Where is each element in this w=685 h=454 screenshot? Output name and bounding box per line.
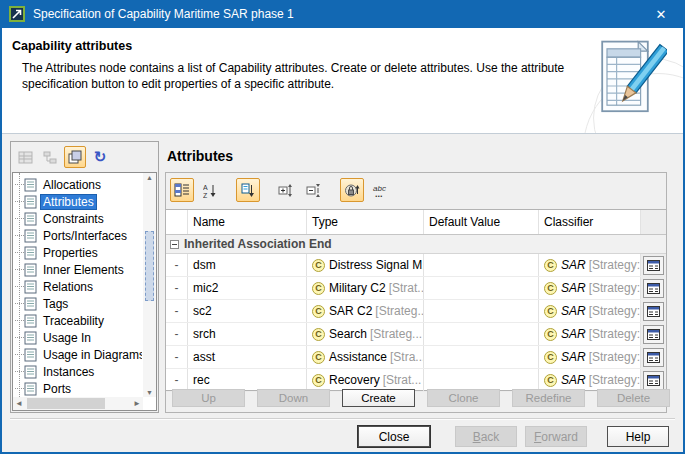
redefine-button[interactable]: Redefine <box>512 389 585 407</box>
node-icon <box>24 314 37 328</box>
collapse-group-icon[interactable] <box>170 240 179 249</box>
tree-item-tags[interactable]: Tags <box>15 295 142 312</box>
attribute-classifier: C SAR[Strategy::... <box>539 323 641 345</box>
node-icon <box>24 229 37 243</box>
svg-text:A: A <box>203 184 208 191</box>
lock-order-icon[interactable] <box>340 178 364 202</box>
attribute-name: asst <box>188 346 307 368</box>
class-icon: C <box>544 305 557 318</box>
node-icon <box>24 348 37 362</box>
table-row[interactable]: - sc2 C SAR C2[Strateg... C SAR[Strategy… <box>166 300 666 323</box>
containment-tree-icon[interactable] <box>39 146 61 168</box>
table-row[interactable]: - mic2 C Military C2[Strat... C SAR[Stra… <box>166 277 666 300</box>
create-button[interactable]: Create <box>342 389 415 407</box>
class-icon: C <box>544 259 557 272</box>
title-bar: Specification of Capability Maritime SAR… <box>0 0 685 28</box>
attribute-classifier: C SAR[Strategy::... <box>539 254 641 276</box>
tree-item-inner-elements[interactable]: Inner Elements <box>15 261 142 278</box>
node-icon <box>24 280 37 294</box>
table-row[interactable]: - dsm C Distress Signal M... C SAR[Strat… <box>166 254 666 277</box>
table-row[interactable]: - srch C Search[Strateg... C SAR[Strateg… <box>166 323 666 346</box>
scroll-right-icon[interactable]: ► <box>133 399 141 408</box>
show-columns-icon[interactable] <box>170 178 194 202</box>
up-button[interactable]: Up <box>172 389 245 407</box>
tree-vertical-scrollbar[interactable]: ▲ ▼ <box>143 173 156 397</box>
down-button[interactable]: Down <box>257 389 330 407</box>
expand-nested-icon[interactable] <box>274 178 298 202</box>
sort-alphabetically-icon[interactable]: A Z <box>198 178 222 202</box>
column-header-default-value[interactable]: Default Value <box>424 210 539 234</box>
group-row-inherited-association-end[interactable]: Inherited Association End <box>166 235 666 254</box>
attribute-type: C Recovery[Strat... <box>307 369 424 391</box>
properties-view-icon[interactable] <box>14 146 36 168</box>
tree-item-usage-in[interactable]: Usage In <box>15 329 142 346</box>
table-row[interactable]: - asst C Assistance[Stra... C SAR[Strate… <box>166 346 666 369</box>
attributes-box: A Z <box>165 172 667 413</box>
delete-button[interactable]: Delete <box>597 389 670 407</box>
attribute-name: srch <box>188 323 307 345</box>
node-icon <box>24 297 37 311</box>
scroll-up-icon[interactable]: ▲ <box>143 174 156 181</box>
class-icon: C <box>544 328 557 341</box>
tree-item-attributes[interactable]: Attributes <box>15 193 142 210</box>
open-specification-button[interactable] <box>643 302 664 321</box>
column-header-classifier[interactable]: Classifier <box>539 210 641 234</box>
tree-item-ports-interfaces[interactable]: Ports/Interfaces <box>15 227 142 244</box>
close-button[interactable]: Close <box>358 426 430 447</box>
scrollbar-thumb[interactable] <box>145 231 154 301</box>
header-title: Capability attributes <box>12 39 132 53</box>
tree-item-ports[interactable]: Ports <box>15 380 142 396</box>
collapse-nested-icon[interactable] <box>302 178 326 202</box>
sort-by-order-icon[interactable] <box>236 178 260 202</box>
close-icon[interactable]: ✕ <box>646 7 676 22</box>
attributes-table: Name Type Default Value Classifier Inher… <box>166 209 666 391</box>
attributes-table-pencil-icon <box>595 38 667 122</box>
scrollbar-thumb[interactable] <box>27 398 105 409</box>
class-icon: C <box>312 282 325 295</box>
open-specification-button[interactable] <box>643 279 664 298</box>
attribute-default-value <box>424 300 539 322</box>
standard-expert-mode-icon[interactable] <box>64 146 86 168</box>
svg-text:Z: Z <box>203 192 208 198</box>
open-specification-button[interactable] <box>643 256 664 275</box>
attribute-classifier: C SAR[Strategy::... <box>539 346 641 368</box>
tree-item-allocations[interactable]: Allocations <box>15 176 142 193</box>
class-icon: C <box>544 282 557 295</box>
table-header-row: Name Type Default Value Classifier <box>166 210 666 235</box>
class-icon: C <box>312 374 325 387</box>
refresh-icon[interactable]: ↻ <box>89 146 111 168</box>
tree-horizontal-scrollbar[interactable]: ◄ ► <box>13 397 143 410</box>
tree-item-usage-in-diagrams[interactable]: Usage in Diagrams <box>15 346 142 363</box>
tree-item-instances[interactable]: Instances <box>15 363 142 380</box>
tree-item-properties[interactable]: Properties <box>15 244 142 261</box>
help-button[interactable]: Help <box>607 426 669 447</box>
node-icon <box>24 331 37 345</box>
scroll-left-icon[interactable]: ◄ <box>15 399 23 408</box>
node-icon <box>24 263 37 277</box>
scroll-down-icon[interactable]: ▼ <box>143 389 156 396</box>
class-icon: C <box>312 259 325 272</box>
tree-item-relations[interactable]: Relations <box>15 278 142 295</box>
clone-button[interactable]: Clone <box>427 389 500 407</box>
abbreviate-icon[interactable]: abc ... <box>368 178 392 202</box>
open-specification-button[interactable] <box>643 325 664 344</box>
window-title: Specification of Capability Maritime SAR… <box>33 7 646 21</box>
node-icon <box>24 195 37 209</box>
attribute-default-value <box>424 277 539 299</box>
column-header-type[interactable]: Type <box>307 210 424 234</box>
attribute-default-value <box>424 369 539 391</box>
back-button[interactable]: Back <box>455 426 517 447</box>
attribute-classifier: C SAR[Strategy::... <box>539 277 641 299</box>
forward-button[interactable]: Forward <box>525 426 587 447</box>
tree-item-traceability[interactable]: Traceability <box>15 312 142 329</box>
class-icon: C <box>544 374 557 387</box>
tree-item-constraints[interactable]: Constraints <box>15 210 142 227</box>
attribute-default-value <box>424 346 539 368</box>
open-specification-button[interactable] <box>643 371 664 390</box>
attribute-type: C Search[Strateg... <box>307 323 424 345</box>
capability-icon <box>9 6 25 22</box>
node-icon <box>24 246 37 260</box>
column-header-name[interactable]: Name <box>188 210 307 234</box>
open-specification-button[interactable] <box>643 348 664 367</box>
attribute-type: C SAR C2[Strateg... <box>307 300 424 322</box>
